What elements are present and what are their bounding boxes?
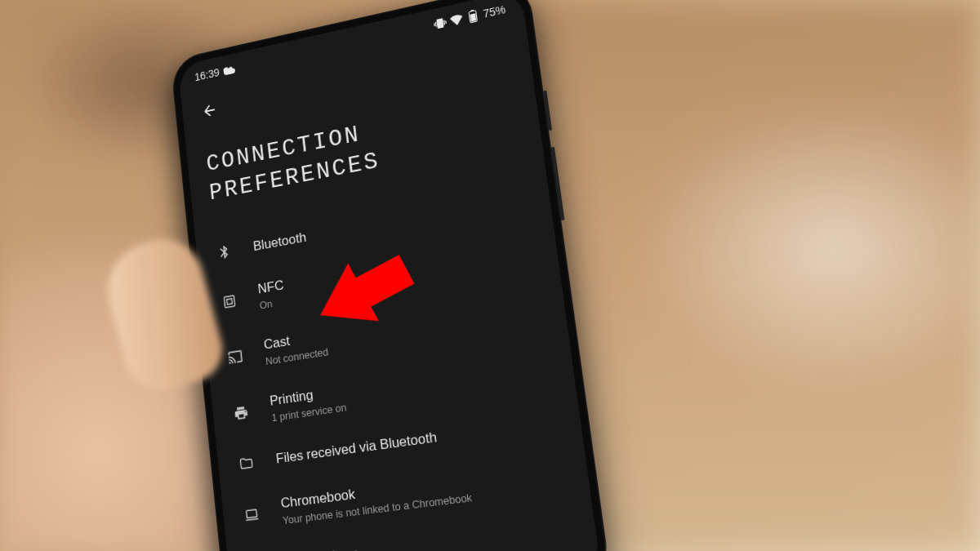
laptop-icon (242, 504, 261, 526)
svg-rect-4 (227, 298, 233, 304)
nfc-icon (220, 291, 239, 312)
folder-icon (237, 453, 256, 474)
wifi-icon (449, 12, 463, 28)
arrow-left-icon (201, 100, 218, 120)
svg-rect-5 (247, 509, 257, 518)
print-icon (231, 402, 251, 423)
svg-rect-3 (224, 295, 234, 308)
cast-icon (225, 346, 245, 367)
svg-rect-1 (470, 10, 474, 12)
back-button[interactable] (194, 93, 225, 129)
bluetooth-icon (215, 242, 234, 263)
vibrate-icon (433, 16, 447, 31)
battery-icon (466, 9, 479, 24)
phone-screen: 16:39 75% (178, 0, 601, 551)
svg-rect-2 (470, 13, 476, 22)
cloud-icon (223, 63, 235, 78)
status-time: 16:39 (194, 66, 220, 83)
status-battery-percent: 75% (483, 2, 506, 20)
settings-list: Bluetooth NFC On (195, 171, 601, 551)
